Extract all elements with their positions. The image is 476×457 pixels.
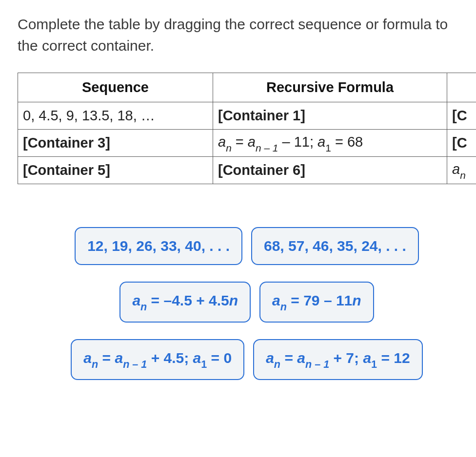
cell-extra-2: [C xyxy=(447,130,476,157)
header-recursive: Recursive Formula xyxy=(213,73,447,102)
tile-row-1: 12, 19, 26, 33, 40, . . . 68, 57, 46, 35… xyxy=(75,227,419,265)
cell-sequence-1: 0, 4.5, 9, 13.5, 18, … xyxy=(18,102,213,130)
exercise-page: Complete the table by dragging the corre… xyxy=(0,0,476,380)
tile-formula-recursive-7[interactable]: an = an – 1 + 7; a1 = 12 xyxy=(253,339,422,380)
tile-formula-recursive-45[interactable]: an = an – 1 + 4.5; a1 = 0 xyxy=(71,339,244,380)
table-header-row: Sequence Recursive Formula xyxy=(18,73,476,102)
instructions-text: Complete the table by dragging the corre… xyxy=(18,14,456,56)
tile-formula-explicit-79[interactable]: an = 79 – 11n xyxy=(259,282,374,323)
tile-row-3: an = an – 1 + 4.5; a1 = 0 an = an – 1 + … xyxy=(71,339,422,380)
table-row: 0, 4.5, 9, 13.5, 18, … [Container 1] [C xyxy=(18,102,476,130)
tile-row-2: an = –4.5 + 4.5n an = 79 – 11n xyxy=(119,282,374,323)
header-extra xyxy=(447,73,476,102)
sequence-table: Sequence Recursive Formula 0, 4.5, 9, 13… xyxy=(18,73,476,184)
table-row: [Container 3] an = an – 1 – 11; a1 = 68 … xyxy=(18,130,476,157)
table-row: [Container 5] [Container 6] an xyxy=(18,157,476,184)
tile-sequence-12[interactable]: 12, 19, 26, 33, 40, . . . xyxy=(75,227,242,265)
container-6-dropzone[interactable]: [Container 6] xyxy=(213,157,447,184)
tile-sequence-68[interactable]: 68, 57, 46, 35, 24, . . . xyxy=(251,227,419,265)
header-sequence: Sequence xyxy=(18,73,213,102)
cell-recursive-2: an = an – 1 – 11; a1 = 68 xyxy=(213,130,447,157)
tile-formula-explicit-45[interactable]: an = –4.5 + 4.5n xyxy=(119,282,251,323)
draggable-tiles-area: 12, 19, 26, 33, 40, . . . 68, 57, 46, 35… xyxy=(18,227,476,380)
cell-extra-3: an xyxy=(447,157,476,184)
container-3-dropzone[interactable]: [Container 3] xyxy=(18,130,213,157)
cell-extra-1: [C xyxy=(447,102,476,130)
container-1-dropzone[interactable]: [Container 1] xyxy=(213,102,447,130)
container-5-dropzone[interactable]: [Container 5] xyxy=(18,157,213,184)
